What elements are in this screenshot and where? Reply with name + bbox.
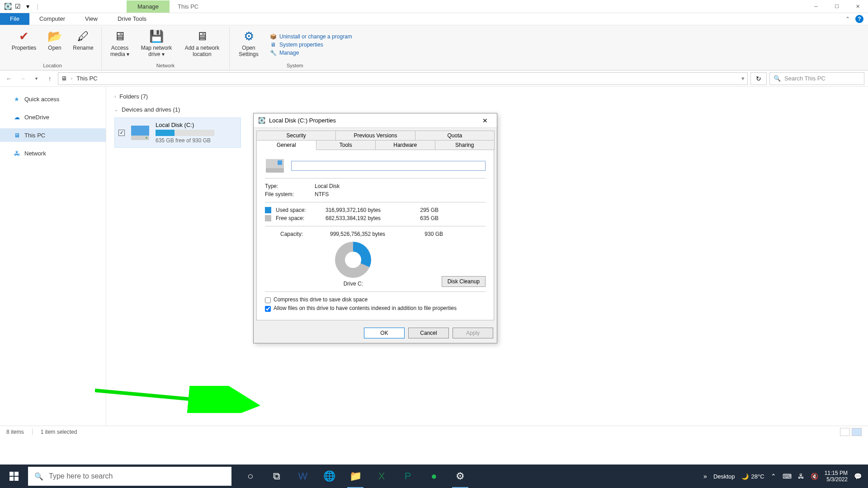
capacity-bytes: 999,526,756,352 bytes [330,231,411,237]
uninstall-link[interactable]: 📦Uninstall or change a program [269,33,352,40]
overflow-icon[interactable]: » [703,473,707,480]
svg-rect-10 [9,477,14,481]
network-add-icon: 🖥 [195,29,209,43]
cortana-button[interactable]: ○ [239,465,262,488]
task-view-button[interactable]: ⧉ [265,465,288,488]
tab-tools[interactable]: Tools [316,140,376,150]
close-icon[interactable]: ✕ [478,115,492,126]
system-properties-link[interactable]: 🖥System properties [269,41,352,48]
gear-icon: ⚙ [241,29,256,43]
svg-rect-9 [14,472,19,476]
collapse-ribbon-icon[interactable]: ⌃ [845,16,850,22]
desktop-toolbar[interactable]: Desktop [713,473,735,480]
drive-item-local-disk-c[interactable]: ✓ Local Disk (C:) 635 GB free of 930 GB [114,117,241,148]
rename-button[interactable]: 🖊 Rename [70,27,97,62]
recent-dropdown[interactable]: ▾ [31,73,42,84]
minimize-button[interactable]: ─ [806,0,826,13]
tab-sharing[interactable]: Sharing [435,140,495,150]
network-icon: 🖧 [13,149,21,157]
separator-icon: | [33,2,42,10]
folder-open-icon: 📂 [47,29,62,43]
explorer-app[interactable]: 📁 [344,465,367,488]
checkbox-qat-icon[interactable]: ☑ [14,2,22,10]
dialog-titlebar[interactable]: 💽 Local Disk (C:) Properties ✕ [254,113,497,128]
ok-button[interactable]: OK [364,328,405,338]
notifications-icon[interactable]: 💬 [854,473,862,480]
access-media-button[interactable]: 🖥 Access media ▾ [106,27,133,62]
weather-widget[interactable]: 🌙 28°C [741,473,764,480]
publisher-app[interactable]: P [396,465,420,488]
tab-hardware[interactable]: Hardware [375,140,435,150]
sidebar-item-quick-access[interactable]: ★ Quick access [0,92,106,106]
folders-label: Folders (7) [119,93,148,100]
open-label: Open [48,45,61,51]
sidebar-item-this-pc[interactable]: 🖥 This PC [0,128,106,142]
search-input[interactable]: 🔍 Search This PC [769,72,864,85]
taskbar-search[interactable]: 🔍 Type here to search [28,467,231,486]
compress-checkbox[interactable] [265,297,271,303]
index-checkbox[interactable] [265,306,271,312]
dropdown-qat-icon[interactable]: ▾ [24,2,32,10]
apply-button[interactable]: Apply [453,328,493,338]
tray-chevron-icon[interactable]: ⌃ [771,473,776,480]
folders-header[interactable]: › Folders (7) [114,91,860,102]
tab-previous-versions[interactable]: Previous Versions [335,131,415,141]
context-tab-manage[interactable]: Manage [127,0,170,13]
drive-checkbox[interactable]: ✓ [118,130,125,136]
keyboard-icon[interactable]: ⌨ [783,473,792,480]
properties-button[interactable]: ✔ Properties [8,27,40,62]
sidebar-item-onedrive[interactable]: ☁ OneDrive [0,110,106,124]
address-input[interactable]: 🖥 › This PC ▾ [58,72,748,85]
media-icon: 🖥 [113,29,127,43]
uninstall-label: Uninstall or change a program [279,33,352,40]
ribbon-group-location: ✔ Properties 📂 Open 🖊 Rename Location [4,27,102,70]
refresh-button[interactable]: ↻ [750,72,767,85]
svg-point-2 [146,137,147,139]
map-drive-button[interactable]: 💾 Map network drive ▾ [136,27,177,62]
edge-app[interactable]: 🌐 [317,465,341,488]
up-button[interactable]: ↑ [44,73,55,84]
search-placeholder: Search This PC [784,75,826,82]
compress-label: Compress this drive to save disk space [274,296,368,303]
spotify-app[interactable]: ● [422,465,446,488]
properties-label: Properties [12,45,37,51]
addr-dropdown-icon[interactable]: ▾ [741,75,745,82]
sidebar-item-network[interactable]: 🖧 Network [0,146,106,160]
used-swatch [265,207,271,213]
manage-link[interactable]: 🔧Manage [269,49,352,56]
excel-app[interactable]: X [370,465,393,488]
tab-security[interactable]: Security [256,131,336,141]
disk-cleanup-button[interactable]: Disk Cleanup [442,276,486,287]
tab-computer[interactable]: Computer [29,13,75,25]
tab-general[interactable]: General [256,140,316,150]
type-value: Local Disk [315,183,340,189]
settings-app[interactable]: ⚙ [448,465,472,488]
back-button[interactable]: ← [4,73,14,84]
clock[interactable]: 11:15 PM 5/3/2022 [825,470,848,483]
start-button[interactable] [0,465,28,488]
breadcrumb-location[interactable]: This PC [76,75,97,82]
tab-quota[interactable]: Quota [415,131,495,141]
large-icons-view-button[interactable] [852,428,862,436]
cancel-button[interactable]: Cancel [408,328,449,338]
clock-time: 11:15 PM [825,470,848,476]
volume-label-input[interactable] [291,161,486,171]
devices-label: Devices and drives (1) [122,106,180,113]
add-network-location-button[interactable]: 🖥 Add a network location [179,27,225,62]
volume-muted-icon[interactable]: 🔇 [811,473,818,480]
add-loc-label: Add a network location [181,45,223,57]
network-icon[interactable]: 🖧 [798,473,804,480]
tab-view[interactable]: View [75,13,108,25]
forward-button[interactable]: → [17,73,28,84]
close-button[interactable]: ✕ [847,0,868,13]
checkmark-icon: ✔ [17,29,31,43]
details-view-button[interactable] [840,428,850,436]
open-settings-button[interactable]: ⚙ Open Settings [234,27,263,62]
tab-drive-tools[interactable]: Drive Tools [108,13,156,25]
word-app[interactable]: W [291,465,315,488]
help-icon[interactable]: ? [855,15,863,23]
maximize-button[interactable]: ☐ [826,0,847,13]
open-button[interactable]: 📂 Open [42,27,67,62]
status-selected-count: 1 item selected [41,429,77,435]
tab-file[interactable]: File [0,13,29,25]
